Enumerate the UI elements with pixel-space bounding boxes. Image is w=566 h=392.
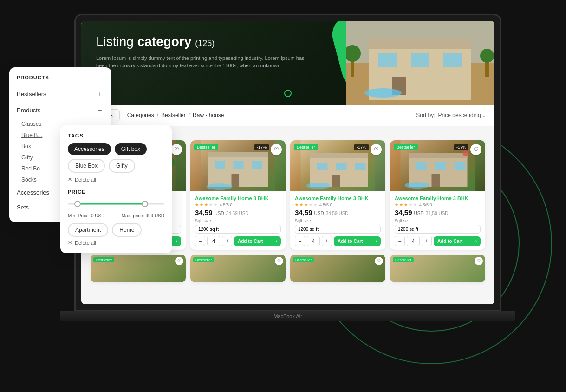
- qty-minus[interactable]: −: [295, 236, 305, 246]
- wishlist-button-small[interactable]: ♡: [475, 257, 483, 265]
- qty-input[interactable]: [407, 236, 420, 246]
- scene: Listing category (125) Lorem Ipsum is si…: [0, 0, 566, 392]
- svg-point-31: [207, 183, 233, 190]
- bestseller-badge: Bestseller: [394, 144, 418, 150]
- delete-all-bottom-button[interactable]: ✕ Delete all: [68, 240, 96, 246]
- product-stars: ★★★★★ 4.5/5.0: [395, 203, 481, 207]
- wishlist-button-small[interactable]: ♡: [375, 257, 383, 265]
- sidebar-bestsellers-label: Bestsellers: [17, 91, 46, 98]
- sidebar-item-bestsellers[interactable]: Bestsellers +: [17, 86, 104, 102]
- qty-input[interactable]: [207, 236, 220, 246]
- svg-rect-26: [208, 152, 268, 157]
- rating-text: 4.5/5.0: [419, 203, 432, 207]
- product-image: Bestseller -17% ♡: [190, 140, 286, 191]
- product-info: Awesome Family Home 3 BHK ★★★★★ 4.5/5.0 …: [190, 191, 286, 250]
- product-card-small: Bestseller ♡: [390, 255, 485, 282]
- sidebar-sets-label: Sets: [17, 204, 29, 211]
- product-card: Bestseller -17% ♡ Awesome Family Home 3 …: [290, 140, 385, 250]
- svg-rect-5: [378, 53, 397, 67]
- svg-rect-35: [317, 163, 328, 170]
- add-to-cart-button[interactable]: Add to Cart ›: [434, 236, 481, 246]
- price-max-label: Max. price: 999 USD: [122, 213, 164, 218]
- tag-apartment[interactable]: Apartment: [68, 223, 108, 237]
- sidebar-item-products[interactable]: Products −: [17, 102, 104, 118]
- svg-rect-38: [332, 175, 340, 187]
- product-price: 34,59 USD 34,59 USD: [295, 209, 381, 216]
- sqft-select[interactable]: 1200 sq ft: [295, 225, 381, 234]
- qty-plus[interactable]: +: [322, 236, 332, 246]
- svg-rect-29: [252, 161, 262, 169]
- svg-rect-30: [232, 174, 239, 187]
- product-image: Bestseller -17% ♡: [390, 140, 485, 191]
- tag-bluebox[interactable]: Blue Box: [68, 159, 105, 173]
- svg-rect-36: [336, 163, 347, 170]
- product-info: Awesome Family Home 3 BHK ★★★★★ 4.5/5.0 …: [290, 191, 385, 250]
- discount-badge: -17%: [454, 144, 468, 150]
- price-section: PRICE Min. Price: 0 USD Max. price: 999 …: [68, 189, 164, 218]
- sort-value[interactable]: Price descending ↓: [438, 112, 485, 118]
- svg-rect-42: [409, 153, 468, 158]
- wishlist-button-small[interactable]: ♡: [275, 257, 283, 265]
- breadcrumb-rawhouse: Raw - house: [193, 112, 224, 118]
- svg-point-47: [405, 182, 430, 189]
- bestseller-badge: Bestseller: [194, 144, 218, 150]
- qty-plus[interactable]: +: [222, 236, 232, 246]
- product-card: Bestseller -17% ♡ Awesome Family Home 3 …: [390, 140, 485, 250]
- slider-fill: [78, 203, 145, 205]
- tag-giftbox[interactable]: Gift box: [115, 143, 147, 155]
- sqft-select[interactable]: 1200 sq ft: [395, 225, 481, 234]
- tag-accessories[interactable]: Accessories: [68, 143, 111, 155]
- product-name: Awesome Family Home 3 BHK: [395, 195, 481, 202]
- product-card-small: Bestseller ♡: [91, 255, 186, 282]
- bestseller-badge: Bestseller: [294, 144, 318, 150]
- product-image: Bestseller -17% ♡: [290, 140, 385, 191]
- qty-minus[interactable]: −: [195, 236, 205, 246]
- breadcrumb-categories: Categories: [127, 112, 154, 118]
- sidebar-collapse-icon: −: [96, 106, 104, 114]
- svg-rect-27: [215, 161, 225, 169]
- svg-point-39: [306, 183, 331, 189]
- header-banner: Listing category (125) Lorem Ipsum is si…: [81, 21, 494, 105]
- sqft-select[interactable]: 1200 sq ft: [195, 225, 281, 234]
- product-price: 34,59 USD 34,59 USD: [395, 209, 481, 216]
- rating-text: 4.5/5.0: [319, 203, 332, 207]
- sidebar-products-label: Products: [17, 107, 40, 114]
- product-card: Bestseller -17% ♡ Awesome Family Home 3 …: [190, 140, 286, 250]
- tag-gifty[interactable]: Gifty: [109, 159, 135, 173]
- price-slider[interactable]: [68, 199, 164, 209]
- slider-thumb-min[interactable]: [74, 201, 81, 207]
- wishlist-button[interactable]: ♡: [171, 144, 182, 155]
- laptop-brand: MacBook Air: [60, 311, 515, 321]
- breadcrumb-bestseller: Bestseller: [161, 112, 186, 118]
- tags-popup: TAGS Accessories Gift box Blue Box Gifty…: [60, 125, 172, 253]
- sort-label: Sort by:: [416, 112, 435, 118]
- delete-all-tags-button[interactable]: ✕ Delete all: [68, 176, 96, 183]
- svg-rect-6: [411, 53, 429, 67]
- qty-plus[interactable]: +: [422, 236, 432, 246]
- cart-arrow-icon: ›: [176, 239, 177, 244]
- cart-arrow-icon: ›: [276, 239, 277, 244]
- svg-point-13: [480, 49, 494, 63]
- second-row-grid: Bestseller ♡ Bestseller ♡ Bestseller: [81, 255, 494, 287]
- product-card-small: Bestseller ♡: [190, 255, 286, 282]
- add-to-cart-button[interactable]: Add to Cart ›: [334, 236, 381, 246]
- wishlist-button[interactable]: ♡: [271, 144, 282, 155]
- filter-bar: Filters Categories / Bestseller / Raw - …: [81, 105, 494, 126]
- product-price: 34,59 USD 34,59 USD: [195, 209, 281, 216]
- svg-rect-7: [443, 53, 462, 67]
- bestseller-badge-small: Bestseller: [393, 257, 414, 262]
- rating-text: 4.5/5.0: [220, 203, 233, 207]
- wishlist-button-small[interactable]: ♡: [175, 257, 183, 265]
- breadcrumb: Categories / Bestseller / Raw - house: [127, 112, 409, 118]
- qty-input[interactable]: [307, 236, 320, 246]
- price-title: PRICE: [68, 189, 164, 195]
- svg-rect-44: [435, 162, 446, 170]
- tag-home[interactable]: Home: [112, 223, 142, 237]
- slider-thumb-max[interactable]: [142, 201, 148, 207]
- add-to-cart-button[interactable]: Add to Cart ›: [234, 236, 281, 246]
- delete-all-bottom-x-icon: ✕: [68, 240, 72, 246]
- qty-minus[interactable]: −: [395, 236, 405, 246]
- wishlist-button[interactable]: ♡: [470, 144, 481, 155]
- cart-arrow-icon: ›: [376, 239, 377, 244]
- wishlist-button[interactable]: ♡: [371, 144, 382, 155]
